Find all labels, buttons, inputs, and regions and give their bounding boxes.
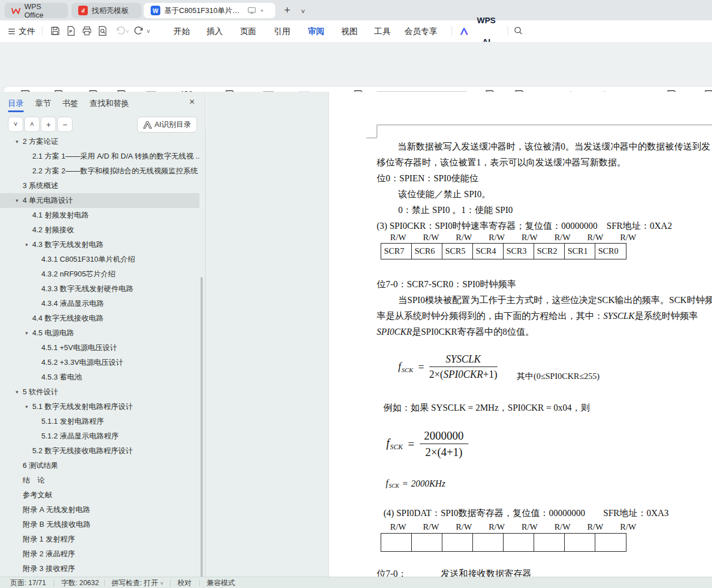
search-icon[interactable] — [513, 25, 525, 37]
chevron-down-icon: ˅ — [160, 581, 163, 586]
formula-fsck-definition: fSCK = SYSCLK 2×(SPI0CKR+1) — [398, 353, 497, 381]
export-pdf-icon[interactable]: P — [66, 25, 77, 37]
screen-share-icon[interactable] — [248, 7, 256, 14]
menu-item-view[interactable]: 视图 — [340, 20, 359, 42]
toc-item[interactable]: 4.2 射频接收 — [0, 223, 199, 237]
toc-item-selected[interactable]: ▼4 单元电路设计 — [0, 193, 199, 208]
window-tab-bar: WPS Office d 找稻壳模板 W 基于C8051F310单片机与nRF … — [0, 0, 712, 21]
toc-item[interactable]: 附录 B 无线接收电路 — [0, 517, 199, 532]
doc-paragraph: (4) SPI0DAT：SPI0数据寄存器，复位值：00000000 SFR地址… — [383, 508, 669, 519]
menu-item-page[interactable]: 页面 — [239, 20, 257, 42]
register-rw-row: R/WR/WR/WR/W R/WR/WR/WR/W — [382, 522, 648, 532]
file-menu[interactable]: 文件 — [7, 20, 36, 42]
print-icon[interactable] — [82, 25, 93, 37]
doc-paragraph: SPI0CKR是SPI0CKR寄存器中的8位值。 — [377, 326, 534, 338]
ribbon: 校对 标准审查 比较˅ 朗读 12 字数统计 ABC 拼写检查˅ A — [0, 42, 712, 92]
formula-note: 其中(0≤SPI0CKR≤255) — [517, 370, 599, 382]
tab-wps-office[interactable]: WPS Office — [5, 3, 68, 18]
toc-item[interactable]: 4.4 数字无线接收电路 — [0, 311, 199, 326]
toc-item[interactable]: 附录 2 液晶程序 — [0, 547, 199, 561]
toc-item[interactable]: 5.2 数字无线接收电路程序设计 — [0, 444, 199, 458]
quick-access-chevron[interactable]: ˅ — [147, 28, 150, 35]
sidebar-tab-bookmarks[interactable]: 书签 — [62, 96, 78, 110]
margin-line — [377, 125, 712, 125]
doc-paragraph-clipped: 位7-0：发送和接收数据寄存器 — [377, 568, 531, 577]
hamburger-icon — [8, 28, 15, 35]
toc-item[interactable]: 附录 A 无线发射电路 — [0, 502, 199, 517]
doc-paragraph: 该位使能／禁止 SPI0。 — [398, 189, 491, 200]
toc-item[interactable]: 4.3.3 数字无线发射硬件电路 — [0, 282, 199, 296]
toc-item[interactable]: 2.2 方案 2——数字和模拟结合的无线视频监控系统 — [0, 164, 199, 178]
toc-item[interactable]: ▼5 软件设计 — [0, 385, 199, 399]
sidebar-tab-find-replace[interactable]: 查找和替换 — [89, 96, 129, 110]
toc-item[interactable]: 4.3.4 液晶显示电路 — [0, 296, 199, 311]
toc-item[interactable]: 附录 3 接收程序 — [0, 561, 199, 576]
spi0dat-register-table — [381, 533, 626, 552]
tab-list-chevron[interactable]: ˅ — [296, 5, 310, 19]
toc-expand-button[interactable]: ˅ — [8, 117, 23, 132]
unsaved-dot-icon: ● — [261, 8, 263, 13]
wps-ai-button[interactable]: WPS AI — [460, 20, 501, 42]
toc-item[interactable]: 4.5.2 +3.3V电源电压设计 — [0, 355, 199, 370]
toc-item[interactable]: 4.5.1 +5V电源电压设计 — [0, 340, 199, 355]
toc-zoom-out-button[interactable]: − — [57, 117, 73, 132]
ai-toc-icon — [143, 121, 152, 129]
toc-item[interactable]: ▼5.1 数字无线发射电路程序设计 — [0, 399, 199, 414]
wps-ai-logo-icon — [460, 28, 468, 35]
toc-item[interactable]: 3 系统概述 — [0, 178, 199, 193]
toc-collapse-button[interactable]: ˄ — [24, 117, 40, 132]
wps-logo-icon — [11, 7, 20, 15]
toc-item[interactable]: ▼4.5 电源电路 — [0, 326, 199, 340]
document-canvas: 当新数据被写入发送缓冲器时，该位被清0。当发送缓冲器中的数据被传送到发 移位寄存… — [206, 92, 712, 577]
menu-item-tools[interactable]: 工具 — [373, 20, 391, 42]
toc-item[interactable]: 结 论 — [0, 473, 199, 488]
formula-fsck-example: fSCK = 2000000 2×(4+1) — [386, 429, 468, 459]
sidebar-tab-chapters[interactable]: 章节 — [35, 96, 51, 110]
undo-icon[interactable] — [115, 25, 126, 37]
doc-paragraph: 移位寄存器时，该位被置1，表示可以向发送缓冲器写新数据。 — [377, 157, 626, 168]
spi0ckr-register-table: SCR7SCR6 SCR5SCR4 SCR3SCR2 SCR1SCR0 — [381, 243, 626, 259]
menu-item-home[interactable]: 开始 — [173, 20, 191, 42]
toc-item[interactable]: 5.1.1 发射电路程序 — [0, 414, 199, 429]
menu-item-reference[interactable]: 引用 — [273, 20, 291, 42]
toc-item[interactable]: ▼2 方案论证 — [0, 134, 199, 149]
word-count-indicator[interactable]: 字数: 20632 — [61, 577, 99, 588]
formula-fsck-result: fSCK = 2000KHz — [386, 478, 445, 489]
redo-icon[interactable] — [134, 25, 145, 37]
menu-item-insert[interactable]: 插入 — [206, 20, 224, 42]
toc-item[interactable]: 4.3.1 C8051F310单片机介绍 — [0, 252, 199, 267]
tab-current-document[interactable]: W 基于C8051F310单片机与nRF ● — [144, 3, 275, 18]
margin-corner — [366, 138, 377, 138]
toc-zoom-in-button[interactable]: + — [41, 117, 56, 132]
toc-item[interactable]: 2.1 方案 1——采用 A/D 和 D/A 转换的数字无线视 ... — [0, 149, 199, 164]
menu-item-member[interactable]: 会员专享 — [403, 20, 438, 42]
sidebar-scrollbar[interactable] — [201, 277, 203, 588]
doc-paragraph: (3) SPI0CKR：SPI0时钟速率寄存器；复位值：00000000 SFR… — [377, 220, 672, 232]
margin-corner — [377, 125, 377, 138]
toc-item[interactable]: 附录 1 发射程序 — [0, 532, 199, 547]
menu-item-review[interactable]: 审阅 — [307, 20, 325, 42]
toc-item[interactable]: 4.1 射频发射电路 — [0, 208, 199, 223]
doc-paragraph: 当新数据被写入发送缓冲器时，该位被清0。当发送缓冲器中的数据被传送到发 — [398, 141, 710, 152]
toc-item[interactable]: 4.3.2 nRF905芯片介绍 — [0, 267, 199, 282]
spell-check-indicator[interactable]: 拼写检查: 打开˅ — [112, 577, 163, 588]
print-preview-icon[interactable] — [97, 25, 109, 37]
new-tab-button[interactable]: + — [280, 3, 294, 17]
toc-item[interactable]: 参考文献 — [0, 488, 199, 502]
doc-paragraph: 位0：SPIEN：SPI0使能位 — [377, 173, 479, 184]
ai-recognize-toc-button[interactable]: AI识别目录 — [137, 117, 197, 133]
tab-label: WPS Office — [24, 2, 61, 19]
tab-docer-templates[interactable]: d 找稻壳模板 — [71, 3, 142, 18]
toc-item[interactable]: 5.1.2 液晶显示电路程序 — [0, 429, 199, 444]
undo-chevron[interactable]: ˅ — [126, 28, 129, 35]
word-doc-icon: W — [151, 6, 160, 15]
sidebar-tab-toc[interactable]: 目录 — [8, 96, 24, 110]
page-indicator[interactable]: 页面: 17/71 — [10, 577, 46, 588]
sidebar-close-icon[interactable]: × — [189, 96, 195, 108]
proofread-status[interactable]: 校对 — [177, 577, 191, 588]
toc-item[interactable]: ▼4.3 数字无线发射电路 — [0, 237, 199, 252]
save-icon[interactable] — [50, 25, 61, 37]
toc-item[interactable]: 6 测试结果 — [0, 458, 199, 473]
toc-item[interactable]: 4.5.3 蓄电池 — [0, 370, 199, 385]
compat-mode-indicator[interactable]: 兼容模式 — [207, 577, 235, 588]
